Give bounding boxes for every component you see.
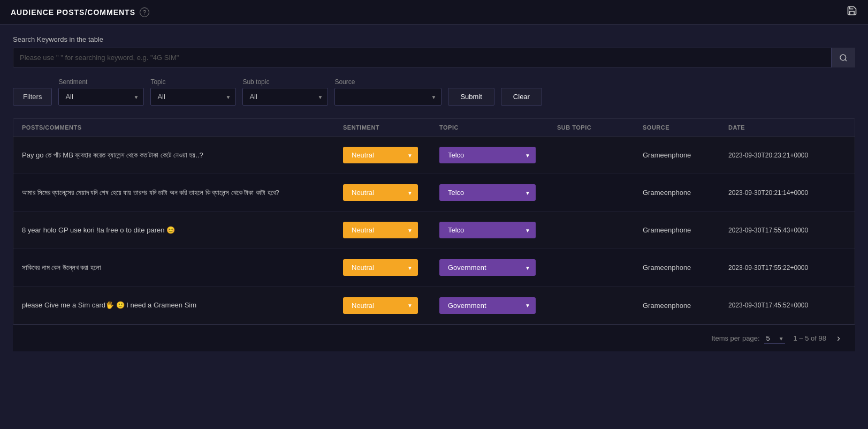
date-cell: 2023-09-30T17:55:43+0000 <box>728 227 846 234</box>
table-header-row: POSTS/COMMENTS SENTIMENT TOPIC SUB TOPIC… <box>13 119 855 137</box>
date-cell: 2023-09-30T17:55:22+0000 <box>728 264 846 272</box>
filters-button[interactable]: Filters <box>13 88 52 106</box>
source-cell: Grameenphone <box>643 151 728 159</box>
source-filter-group: Source Grameenphone <box>334 78 441 106</box>
subtopic-filter-group: Sub topic All <box>242 78 328 106</box>
sentiment-label: Sentiment <box>58 78 144 86</box>
submit-button[interactable]: Submit <box>448 88 494 106</box>
header-date: DATE <box>728 124 846 131</box>
pagination-bar: Items per page: 5 10 25 50 1 – 5 of 98 › <box>13 325 855 351</box>
topic-filter-group: Topic All Telco Government <box>150 78 236 106</box>
topic-select-wrapper: All Telco Government <box>150 88 236 106</box>
table-row: আমার সিমের ব্যালেন্সের মেয়াদ যদি শেষ হে… <box>13 174 855 212</box>
sentiment-dropdown[interactable]: Neutral Positive Negative <box>343 222 418 238</box>
header-sentiment: SENTIMENT <box>343 124 439 131</box>
sentiment-wrapper: Neutral Positive Negative <box>343 147 418 163</box>
topic-cell: Telco Government <box>439 184 557 201</box>
sentiment-cell: Neutral Positive Negative <box>343 184 439 201</box>
topic-wrapper: Telco Government <box>439 147 536 163</box>
topic-cell: Telco Government <box>439 222 557 238</box>
items-per-page: Items per page: 5 10 25 50 <box>711 333 785 344</box>
sentiment-dropdown[interactable]: Neutral Positive Negative <box>343 184 418 201</box>
top-bar-left: AUDIENCE POSTS/COMMENTS ? <box>11 7 149 17</box>
header-posts: POSTS/COMMENTS <box>22 124 343 131</box>
sentiment-select[interactable]: All Positive Negative Neutral <box>58 88 144 106</box>
subtopic-select-wrapper: All <box>242 88 328 106</box>
topic-cell: Telco Government <box>439 147 557 163</box>
source-cell: Grameenphone <box>643 189 728 197</box>
source-cell: Grameenphone <box>643 264 728 272</box>
table-row: please Give me a Sim card🖐 🙂 I need a Gr… <box>13 287 855 324</box>
topic-dropdown[interactable]: Telco Government <box>439 297 536 314</box>
source-cell: Grameenphone <box>643 302 728 310</box>
top-bar: AUDIENCE POSTS/COMMENTS ? <box>0 0 868 25</box>
date-cell: 2023-09-30T20:23:21+0000 <box>728 152 846 159</box>
main-content: Search Keywords in the table Filters Sen… <box>0 25 868 362</box>
header-topic: TOPIC <box>439 124 557 131</box>
sentiment-wrapper: Neutral Positive Negative <box>343 184 418 201</box>
search-button[interactable] <box>831 48 855 67</box>
clear-button[interactable]: Clear <box>501 88 542 106</box>
source-label: Source <box>334 78 441 86</box>
post-text: আমার সিমের ব্যালেন্সের মেয়াদ যদি শেষ হে… <box>22 187 343 198</box>
save-icon[interactable] <box>847 5 857 19</box>
sentiment-dropdown[interactable]: Neutral Positive Negative <box>343 297 418 314</box>
subtopic-select[interactable]: All <box>242 88 328 106</box>
topic-cell: Telco Government <box>439 297 557 314</box>
sentiment-cell: Neutral Positive Negative <box>343 147 439 163</box>
table-row: Pay go তে পাঁচ MB ব্যবহার করেত ব্যালেন্স… <box>13 137 855 174</box>
topic-wrapper: Telco Government <box>439 222 536 238</box>
sentiment-wrapper: Neutral Positive Negative <box>343 222 418 238</box>
post-text: Pay go তে পাঁচ MB ব্যবহার করেত ব্যালেন্স… <box>22 150 343 161</box>
sentiment-dropdown[interactable]: Neutral Positive Negative <box>343 147 418 163</box>
per-page-select[interactable]: 5 10 25 50 <box>764 333 785 344</box>
subtopic-label: Sub topic <box>242 78 328 86</box>
topic-dropdown[interactable]: Telco Government <box>439 147 536 163</box>
next-page-button[interactable]: › <box>835 333 842 344</box>
search-input[interactable] <box>13 48 855 67</box>
post-text: please Give me a Sim card🖐 🙂 I need a Gr… <box>22 300 343 311</box>
table-container: POSTS/COMMENTS SENTIMENT TOPIC SUB TOPIC… <box>13 118 855 325</box>
svg-point-0 <box>840 55 846 61</box>
topic-dropdown[interactable]: Telco Government <box>439 259 536 276</box>
topic-wrapper: Telco Government <box>439 259 536 276</box>
source-cell: Grameenphone <box>643 226 728 234</box>
topic-wrapper: Telco Government <box>439 297 536 314</box>
table-row: সাকিবের নাম কেন উল্লেখ করা হলো Neutral P… <box>13 249 855 287</box>
page-title: AUDIENCE POSTS/COMMENTS <box>11 8 135 17</box>
search-input-wrapper <box>13 48 855 67</box>
source-select-wrapper: Grameenphone <box>334 88 441 106</box>
sentiment-wrapper: Neutral Positive Negative <box>343 259 418 276</box>
topic-label: Topic <box>150 78 236 86</box>
post-text: সাকিবের নাম কেন উল্লেখ করা হলো <box>22 262 343 273</box>
sentiment-cell: Neutral Positive Negative <box>343 222 439 238</box>
sentiment-dropdown[interactable]: Neutral Positive Negative <box>343 259 418 276</box>
search-label: Search Keywords in the table <box>13 35 855 43</box>
svg-line-1 <box>845 59 847 61</box>
topic-dropdown[interactable]: Telco Government <box>439 222 536 238</box>
topic-cell: Telco Government <box>439 259 557 276</box>
date-cell: 2023-09-30T20:21:14+0000 <box>728 189 846 197</box>
sentiment-select-wrapper: All Positive Negative Neutral <box>58 88 144 106</box>
table-row: 8 year holo GP use kori !ta free o to di… <box>13 212 855 249</box>
header-source: SOURCE <box>643 124 728 131</box>
items-per-page-label: Items per page: <box>711 334 759 342</box>
sentiment-filter-group: Sentiment All Positive Negative Neutral <box>58 78 144 106</box>
topic-dropdown[interactable]: Telco Government <box>439 184 536 201</box>
sentiment-wrapper: Neutral Positive Negative <box>343 297 418 314</box>
filters-row: Filters Sentiment All Positive Negative … <box>13 78 855 106</box>
search-section: Search Keywords in the table <box>13 35 855 67</box>
page-range: 1 – 5 of 98 <box>794 334 826 342</box>
topic-wrapper: Telco Government <box>439 184 536 201</box>
sentiment-cell: Neutral Positive Negative <box>343 259 439 276</box>
sentiment-cell: Neutral Positive Negative <box>343 297 439 314</box>
source-select[interactable]: Grameenphone <box>334 88 441 106</box>
per-page-select-wrapper: 5 10 25 50 <box>764 333 785 344</box>
post-text: 8 year holo GP use kori !ta free o to di… <box>22 225 343 236</box>
topic-select[interactable]: All Telco Government <box>150 88 236 106</box>
help-icon[interactable]: ? <box>140 7 149 17</box>
header-subtopic: SUB TOPIC <box>557 124 643 131</box>
date-cell: 2023-09-30T17:45:52+0000 <box>728 302 846 309</box>
